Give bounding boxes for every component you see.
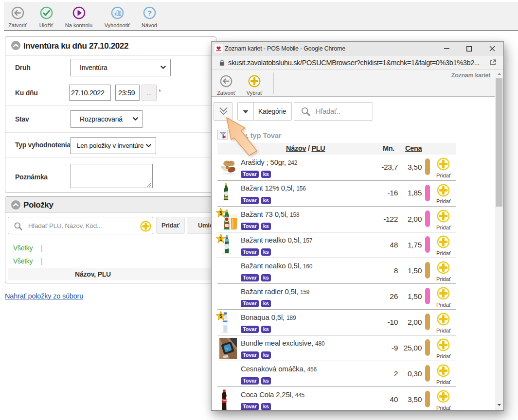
svg-text:5: 5 — [219, 210, 222, 216]
svg-text:5: 5 — [219, 314, 222, 319]
svg-text:?: ? — [147, 9, 151, 17]
svg-text:1: 1 — [219, 236, 222, 242]
